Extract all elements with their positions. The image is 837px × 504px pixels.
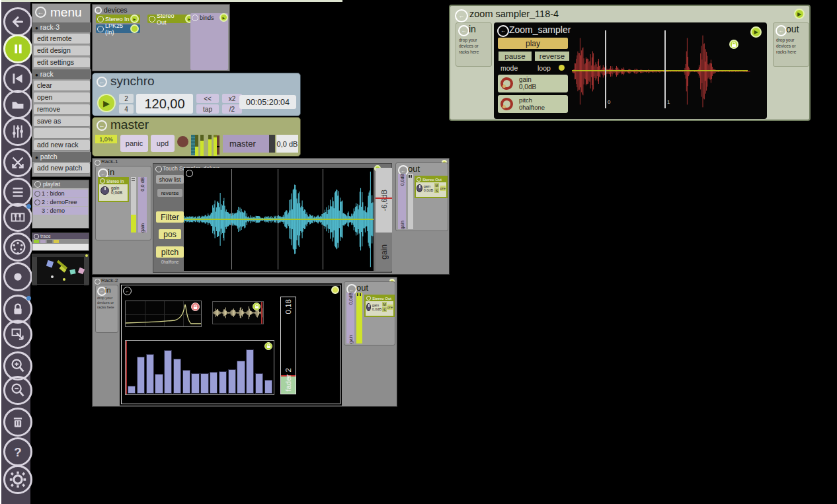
synchro-back-button[interactable]: ← xyxy=(97,77,107,87)
play-icon[interactable]: ▶ xyxy=(130,15,139,23)
marker-line-1[interactable] xyxy=(664,30,666,108)
zoom-waveform-display[interactable]: 0 1 xyxy=(572,28,750,115)
gain-knob[interactable] xyxy=(417,184,422,192)
playlist-header[interactable]: playlist xyxy=(32,180,89,188)
panic-button[interactable]: panic xyxy=(120,135,148,152)
rack1-stereo-in-item[interactable]: Stereo In gain 0,0dB xyxy=(98,177,129,202)
bar[interactable] xyxy=(237,361,245,394)
gain-knob[interactable] xyxy=(500,77,513,90)
bar[interactable] xyxy=(191,373,199,394)
binds-panel[interactable]: binds ▶ xyxy=(190,13,228,70)
toolbar-trash-button[interactable] xyxy=(3,408,32,437)
time-sig-top[interactable]: 2 xyxy=(119,94,134,103)
zoom-in-back-button[interactable]: ← xyxy=(458,25,469,36)
devices-back-button[interactable]: ← xyxy=(95,7,102,14)
trace-icon-d[interactable] xyxy=(54,240,59,243)
bar[interactable] xyxy=(264,380,272,394)
loop-label[interactable]: loop xyxy=(538,64,551,72)
bar[interactable] xyxy=(219,371,227,394)
menu-back-button[interactable]: ← xyxy=(35,7,46,18)
master-knob[interactable] xyxy=(177,136,188,147)
mute-button[interactable]: M xyxy=(434,183,439,188)
menu-item-remove[interactable]: remove xyxy=(34,104,90,115)
toolbar-mixer-button[interactable] xyxy=(3,117,32,146)
toolbar-back-button[interactable] xyxy=(3,7,32,36)
touch-waveform-display[interactable] xyxy=(184,168,374,271)
master-slider[interactable]: master xyxy=(223,135,275,153)
show-list-button[interactable]: show list xyxy=(156,175,184,184)
toolbar-patch-cross-button[interactable] xyxy=(3,148,32,177)
mini-waveform-display[interactable] xyxy=(212,301,264,324)
transport-play-button[interactable]: ▶ xyxy=(97,94,116,112)
trace-icon-c[interactable] xyxy=(47,240,52,243)
menu-item-edit-remote[interactable]: edit remote xyxy=(34,34,90,44)
toolbar-pause-button[interactable] xyxy=(3,34,32,63)
toolbar-keyboard-button[interactable] xyxy=(3,203,32,232)
wave-back-icon[interactable] xyxy=(186,170,193,177)
toolbar-zoom-out-button[interactable] xyxy=(3,376,32,405)
zoom-out-back-button[interactable]: ← xyxy=(776,25,787,36)
bar[interactable] xyxy=(173,359,181,394)
pitch-button[interactable]: pitch xyxy=(156,246,184,258)
bar[interactable] xyxy=(137,357,145,394)
device-lpk25[interactable]: LPK25 (In) xyxy=(96,24,140,33)
toolbar-record-button[interactable] xyxy=(3,262,32,291)
fader2[interactable]: 0,18 fader 2 xyxy=(280,297,296,394)
bpm-display[interactable]: 120,00 xyxy=(136,94,193,114)
menu-item-clear[interactable]: clear xyxy=(34,81,90,91)
toolbar-help-button[interactable]: ? xyxy=(3,437,32,466)
menu-item-open[interactable]: open xyxy=(34,92,90,103)
filter-curve-display[interactable] xyxy=(125,301,202,327)
device-stereo-out[interactable]: Stereo Out ▶ xyxy=(147,15,195,23)
tap-button[interactable]: tap xyxy=(196,104,219,114)
toolbar-midi-button[interactable] xyxy=(3,233,32,262)
menu-item-edit-design[interactable]: edit design xyxy=(34,46,90,56)
playlist-item[interactable]: 1 : bidon xyxy=(33,190,88,198)
trace-icon-a[interactable] xyxy=(34,240,39,243)
pos-button[interactable]: pos xyxy=(159,229,181,239)
toolbar-to-start-button[interactable] xyxy=(3,64,32,93)
device-back-button[interactable]: ← xyxy=(497,25,509,37)
toolbar-settings-button[interactable] xyxy=(3,465,32,494)
pause-button[interactable]: pause xyxy=(498,51,532,61)
rewind-button[interactable]: << xyxy=(196,94,219,103)
rack2-stereo-out-item[interactable]: Stereo Out gain 0,0dB M S pre xyxy=(364,295,395,317)
minimap[interactable] xyxy=(32,254,89,285)
device-play-dot[interactable]: ▶ xyxy=(750,26,762,38)
rack1-out-gain-fader[interactable]: 0,0dB gain xyxy=(398,174,406,229)
rack2-back-icon[interactable] xyxy=(95,279,100,285)
pitch-control[interactable]: pitch 0halftone xyxy=(498,95,568,113)
touch-gain-fader[interactable]: -6,6dB gain xyxy=(376,168,392,271)
bar[interactable] xyxy=(182,370,190,394)
play-icon[interactable]: ▶ xyxy=(219,13,228,22)
menu-item-edit-settings[interactable]: edit settings xyxy=(34,57,90,68)
lock-green-icon[interactable] xyxy=(264,342,272,350)
bar[interactable] xyxy=(164,350,172,394)
lock-green-icon[interactable] xyxy=(253,303,260,310)
rack2-out-gain-fader[interactable]: 0,0dB gain xyxy=(346,293,354,343)
zoom-window-back-button[interactable]: ← xyxy=(455,9,468,22)
reverse-button[interactable]: reverse xyxy=(157,189,182,197)
pre-button[interactable]: pre xyxy=(440,186,446,191)
play-button[interactable]: play xyxy=(498,38,568,49)
menu-item-add-new-patch[interactable]: add new patch xyxy=(34,163,90,174)
rack1-stereo-out-item[interactable]: Stereo Out gain 0,0dB M S pre xyxy=(415,176,448,198)
gain-control[interactable]: gain 0,0dB xyxy=(498,75,568,92)
master-db-display[interactable]: 0,0 dB xyxy=(276,135,298,153)
bar[interactable] xyxy=(255,373,263,394)
device-back-button[interactable] xyxy=(155,166,162,172)
bar[interactable] xyxy=(246,349,254,394)
reverse-button[interactable]: reverse xyxy=(534,51,570,61)
timecode-display[interactable]: 00:05:20:04 xyxy=(239,95,296,109)
master-slider-handle[interactable] xyxy=(269,135,275,153)
time-sig-bottom[interactable]: 4 xyxy=(119,104,134,114)
step-bar-chart[interactable] xyxy=(125,340,274,395)
lock-green-icon[interactable] xyxy=(729,40,738,49)
pre-button[interactable]: pre xyxy=(387,305,393,310)
bar[interactable] xyxy=(210,372,218,394)
loop-led[interactable] xyxy=(559,65,565,71)
playlist-item[interactable]: 3 : demo xyxy=(33,207,88,215)
filter-button[interactable]: Filter xyxy=(156,211,184,223)
pitch-knob[interactable] xyxy=(500,98,513,110)
upd-button[interactable]: upd xyxy=(151,135,175,152)
